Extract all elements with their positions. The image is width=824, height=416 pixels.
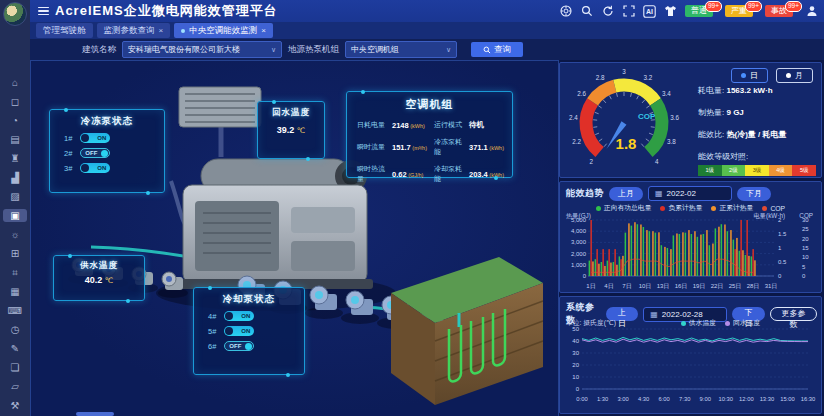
pump-toggle[interactable]: ON xyxy=(224,326,254,336)
panel-title: 回水温度 xyxy=(258,107,324,119)
keyboard-icon[interactable]: ⌨ xyxy=(3,304,27,317)
svg-text:1日: 1日 xyxy=(586,283,595,290)
top-header: AcrelEMS企业微电网能效管理平台 AI 普通99+ 严重99+ 事故99+ xyxy=(30,0,824,22)
pump-toggle[interactable]: OFF xyxy=(224,341,254,351)
stat-value: 371.1 (kWh) xyxy=(469,143,504,152)
stat-value: 203.4 (kWh) xyxy=(469,170,504,179)
svg-text:4:30: 4:30 xyxy=(638,396,649,402)
panel-title: 冷却泵状态 xyxy=(194,293,304,306)
svg-text:19日: 19日 xyxy=(693,283,706,290)
tab-close-icon[interactable]: × xyxy=(261,26,266,36)
building-select[interactable]: 安科瑞电气股份有限公司新大楼 ∨ xyxy=(122,41,282,58)
search-icon[interactable] xyxy=(580,5,593,18)
return-temp-value: 39.2 ℃ xyxy=(258,125,324,135)
svg-text:0: 0 xyxy=(802,273,806,279)
svg-text:3: 3 xyxy=(622,68,626,75)
bar-chart-icon[interactable]: ▟ xyxy=(3,171,27,184)
pump-id: 2# xyxy=(64,149,72,158)
svg-text:50: 50 xyxy=(572,327,579,332)
alarm-badge-accident[interactable]: 事故99+ xyxy=(765,5,793,17)
stat-label: 瞬时热流量 xyxy=(357,164,385,184)
refresh-icon[interactable] xyxy=(601,5,614,18)
legend-label: COP xyxy=(770,205,785,212)
clock-icon[interactable]: ◷ xyxy=(3,323,27,336)
svg-text:25日: 25日 xyxy=(729,283,742,290)
system-select-value: 中央空调机组 xyxy=(351,44,399,55)
month-picker-value: 2022-02 xyxy=(667,189,696,198)
chevron-down-icon: ∨ xyxy=(446,46,451,54)
stat-value: 151.7 (m³/h) xyxy=(392,143,427,152)
svg-text:1:30: 1:30 xyxy=(597,396,608,402)
svg-text:15:00: 15:00 xyxy=(780,396,795,402)
building-icon[interactable]: ♜ xyxy=(3,152,27,165)
globe-icon[interactable]: ◔ xyxy=(3,114,27,127)
app-logo[interactable] xyxy=(3,2,27,26)
tab-3[interactable]: 中央空调能效监测× xyxy=(174,23,273,37)
legend-dot xyxy=(681,321,686,326)
month-mode-button[interactable]: 月 xyxy=(776,68,813,83)
prev-month-button[interactable]: 上月 xyxy=(609,187,643,201)
pump-row: 3#ON xyxy=(64,163,164,173)
pump-toggle[interactable]: ON xyxy=(80,133,110,143)
tab-close-icon[interactable]: × xyxy=(159,26,164,36)
svg-text:0: 0 xyxy=(576,386,580,392)
toggle-state: ON xyxy=(241,328,250,334)
header-actions: AI 普通99+ 严重99+ 事故99+ xyxy=(559,5,818,18)
svg-text:10:30: 10:30 xyxy=(719,396,734,402)
menu-toggle-icon[interactable] xyxy=(38,7,49,16)
system-select[interactable]: 中央空调机组 ∨ xyxy=(345,41,457,58)
layers-icon[interactable]: ❏ xyxy=(3,361,27,374)
calendar-icon[interactable]: ▦ xyxy=(3,285,27,298)
alarm-badge-severe[interactable]: 严重99+ xyxy=(725,5,753,17)
toggle-state: OFF xyxy=(85,150,97,156)
stat-value: 0.62 (GJ/h) xyxy=(392,170,427,179)
dashboard-icon[interactable]: ▣ xyxy=(3,209,27,222)
svg-text:0.5: 0.5 xyxy=(778,259,787,265)
month-picker[interactable]: ▦ 2022-02 xyxy=(648,186,732,201)
fullscreen-icon[interactable] xyxy=(622,5,635,18)
alarm-badge-normal[interactable]: 普通99+ xyxy=(685,5,713,17)
folder-icon[interactable]: ▤ xyxy=(3,133,27,146)
svg-text:2.8: 2.8 xyxy=(596,74,605,81)
pump-id: 1# xyxy=(64,134,72,143)
svg-text:3.8: 3.8 xyxy=(667,138,676,145)
stat-label: 冷冻泵耗能 xyxy=(434,137,462,157)
svg-text:22日: 22日 xyxy=(711,283,724,290)
pump-row: 6#OFF xyxy=(208,341,304,351)
grade-segment: 3级 xyxy=(745,165,769,176)
ai-icon[interactable]: AI xyxy=(643,5,656,18)
toggle-knob xyxy=(101,150,108,157)
trend-chart: 01,0002,0003,0004,0005,00000.511.5205101… xyxy=(562,218,820,292)
tab-1[interactable]: 管理驾驶舱 xyxy=(36,23,93,37)
document-icon[interactable]: ▱ xyxy=(3,380,27,393)
tools-icon[interactable]: ⚒ xyxy=(3,399,27,412)
grid-icon[interactable]: ⊞ xyxy=(3,247,27,260)
supply-temp-value: 40.2 ℃ xyxy=(54,275,144,285)
day-mode-button[interactable]: 日 xyxy=(731,68,768,83)
grade-segment: 1级 xyxy=(698,165,722,176)
skin-icon[interactable] xyxy=(664,5,677,18)
svg-text:16日: 16日 xyxy=(675,283,688,290)
screen-icon[interactable]: ◻ xyxy=(3,95,27,108)
next-month-button[interactable]: 下月 xyxy=(737,187,771,201)
sidebar-nav: ⌂◻◔▤♜▟▨▣☼⊞⌗▦⌨◷✎❏▱⚒ xyxy=(0,76,30,412)
user-icon[interactable] xyxy=(805,5,818,18)
tab-label: 监测参数查询 xyxy=(104,25,155,35)
pump-toggle[interactable]: ON xyxy=(80,163,110,173)
bulb-icon[interactable]: ☼ xyxy=(3,228,27,241)
pump-toggle[interactable]: ON xyxy=(224,311,254,321)
pump-toggle[interactable]: OFF xyxy=(80,148,110,158)
image-icon[interactable]: ▨ xyxy=(3,190,27,203)
device-icon[interactable]: ⌗ xyxy=(3,266,27,279)
tab-label: 中央空调能效监测 xyxy=(189,25,257,35)
theme-icon[interactable] xyxy=(559,5,572,18)
tab-2[interactable]: 监测参数查询× xyxy=(97,23,171,37)
active-tab-dot xyxy=(181,29,185,33)
pump-row: 4#ON xyxy=(208,311,304,321)
pump-id: 6# xyxy=(208,342,216,351)
edit-icon[interactable]: ✎ xyxy=(3,342,27,355)
horizontal-scrollbar[interactable] xyxy=(76,412,114,416)
home-icon[interactable]: ⌂ xyxy=(3,76,27,89)
svg-text:10日: 10日 xyxy=(639,283,652,290)
query-button[interactable]: 查询 xyxy=(471,42,523,57)
